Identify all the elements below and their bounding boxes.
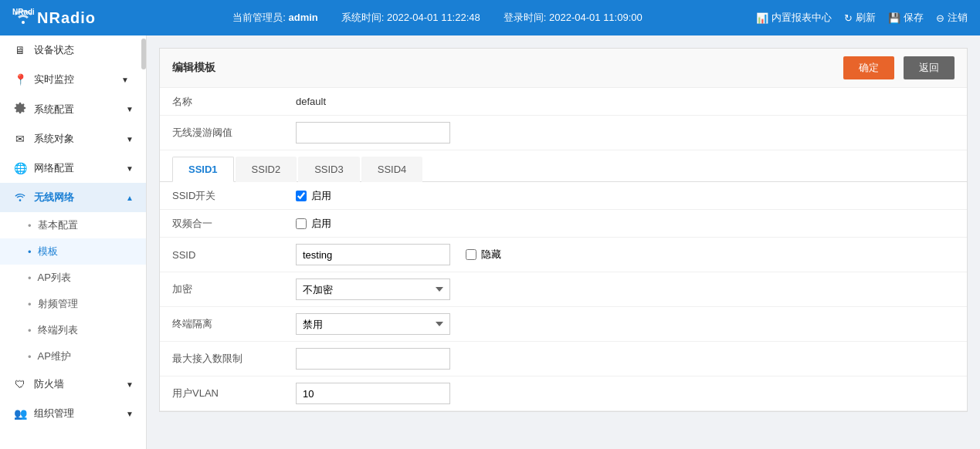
system-objects-icon: ✉ <box>12 133 28 145</box>
logo-wifi-icon: NRadio <box>12 7 34 29</box>
confirm-button[interactable]: 确定 <box>843 56 894 79</box>
sidebar-item-system-objects[interactable]: ✉ 系统对象 ▼ <box>0 124 146 154</box>
wireless-icon <box>12 191 28 204</box>
ssid-hide-label: 隐藏 <box>481 248 501 262</box>
dual-band-checkbox[interactable] <box>296 218 307 229</box>
layout: 🖥 设备状态 📍 实时监控 ▼ 系统配置 ▼ ✉ 系统对象 ▼ 🌐 网络配置 ▼ <box>0 35 980 449</box>
edit-template-card: 编辑模板 确定 返回 名称 default 无线漫游阈值 SSID1 SSID2 <box>159 48 968 412</box>
chevron-down-icon: ▼ <box>126 135 134 143</box>
user-vlan-label: 用户VLAN <box>172 387 296 400</box>
roaming-label: 无线漫游阈值 <box>172 126 296 140</box>
sidebar: 🖥 设备状态 📍 实时监控 ▼ 系统配置 ▼ ✉ 系统对象 ▼ 🌐 网络配置 ▼ <box>0 35 147 449</box>
login-time-info: 登录时间: 2022-04-01 11:09:00 <box>504 11 643 25</box>
dual-band-text: 启用 <box>311 217 331 231</box>
svg-text:NRadio: NRadio <box>12 8 34 16</box>
admin-info: 当前管理员: admin <box>232 11 318 25</box>
report-icon: 📊 <box>756 12 768 24</box>
header-info: 当前管理员: admin 系统时间: 2022-04-01 11:22:48 登… <box>119 11 756 25</box>
card-header-actions: 确定 返回 <box>843 56 955 79</box>
sidebar-sub-ap-list[interactable]: AP列表 <box>0 265 146 291</box>
chevron-down-icon: ▼ <box>126 164 134 173</box>
name-value: default <box>296 96 326 107</box>
system-config-icon <box>12 102 28 116</box>
network-config-icon: 🌐 <box>12 162 28 174</box>
tab-ssid2[interactable]: SSID2 <box>236 157 297 182</box>
sidebar-sub-basic-config[interactable]: 基本配置 <box>0 212 146 238</box>
ssid-switch-text: 启用 <box>311 189 331 203</box>
dual-band-row: 双频合一 启用 <box>160 210 967 238</box>
sidebar-item-network-config[interactable]: 🌐 网络配置 ▼ <box>0 154 146 183</box>
realtime-monitor-icon: 📍 <box>12 73 28 86</box>
report-center-button[interactable]: 📊 内置报表中心 <box>756 11 832 25</box>
chevron-down-icon: ▼ <box>121 76 129 84</box>
terminal-isolation-label: 终端隔离 <box>172 317 296 331</box>
chevron-down-icon: ▼ <box>126 410 134 418</box>
ssid-switch-row: SSID开关 启用 <box>160 182 967 210</box>
user-vlan-input[interactable] <box>296 383 450 404</box>
encrypt-row: 加密 不加密 WPA2-PSK WPA-PSK WEP <box>160 272 967 307</box>
name-label: 名称 <box>172 95 296 109</box>
refresh-icon: ↻ <box>844 12 853 24</box>
roaming-row: 无线漫游阈值 <box>160 116 967 150</box>
max-clients-row: 最大接入数限制 <box>160 342 967 376</box>
ssid-hide-wrap: 隐藏 <box>466 248 501 262</box>
ssid-input-row: 隐藏 <box>296 244 501 265</box>
ssid-switch-checkbox-wrap: 启用 <box>296 189 331 203</box>
sidebar-sub-template[interactable]: 模板 <box>0 238 146 265</box>
tab-ssid4[interactable]: SSID4 <box>361 157 423 182</box>
org-management-icon: 👥 <box>12 407 28 420</box>
back-button[interactable]: 返回 <box>904 56 955 79</box>
terminal-isolation-select[interactable]: 禁用 启用 <box>296 313 450 335</box>
sidebar-item-wireless-network[interactable]: 无线网络 ▲ <box>0 183 146 212</box>
logout-icon: ⊖ <box>936 12 944 24</box>
main-content: 编辑模板 确定 返回 名称 default 无线漫游阈值 SSID1 SSID2 <box>147 35 980 449</box>
card-title: 编辑模板 <box>172 61 215 75</box>
encrypt-select[interactable]: 不加密 WPA2-PSK WPA-PSK WEP <box>296 279 450 300</box>
sidebar-item-device-status[interactable]: 🖥 设备状态 <box>0 35 141 65</box>
sys-time-info: 系统时间: 2022-04-01 11:22:48 <box>341 11 480 25</box>
ssid-switch-label: SSID开关 <box>172 189 296 203</box>
save-icon: 💾 <box>888 12 900 24</box>
device-status-icon: 🖥 <box>12 44 28 56</box>
terminal-isolation-row: 终端隔离 禁用 启用 <box>160 307 967 342</box>
tab-ssid3[interactable]: SSID3 <box>298 157 360 182</box>
sidebar-item-system-config[interactable]: 系统配置 ▼ <box>0 94 146 124</box>
sidebar-item-realtime-monitor[interactable]: 📍 实时监控 ▼ <box>0 65 141 94</box>
user-vlan-row: 用户VLAN <box>160 376 967 411</box>
firewall-icon: 🛡 <box>12 378 28 390</box>
logo: NRadio NRadio <box>12 7 96 29</box>
refresh-button[interactable]: ↻ 刷新 <box>844 11 876 25</box>
name-row: 名称 default <box>160 88 967 116</box>
chevron-down-icon: ▼ <box>126 105 134 113</box>
ssid-tabs: SSID1 SSID2 SSID3 SSID4 <box>160 157 967 182</box>
ssid-name-row: SSID 隐藏 <box>160 238 967 272</box>
logo-text: NRadio <box>37 9 96 27</box>
save-button[interactable]: 💾 保存 <box>888 11 924 25</box>
header-actions: 📊 内置报表中心 ↻ 刷新 💾 保存 ⊖ 注销 <box>756 11 968 25</box>
logout-button[interactable]: ⊖ 注销 <box>936 11 968 25</box>
sidebar-sub-ap-maintenance[interactable]: AP维护 <box>0 343 146 370</box>
dual-band-checkbox-wrap: 启用 <box>296 217 331 231</box>
sidebar-item-firewall[interactable]: 🛡 防火墙 ▼ <box>0 370 146 399</box>
header: NRadio NRadio 当前管理员: admin 系统时间: 2022-04… <box>0 0 980 35</box>
ssid-input[interactable] <box>296 244 450 265</box>
dual-band-label: 双频合一 <box>172 217 296 231</box>
ssid-hide-checkbox[interactable] <box>466 249 476 260</box>
tab-ssid1[interactable]: SSID1 <box>172 157 234 182</box>
sidebar-item-org-management[interactable]: 👥 组织管理 ▼ <box>0 399 146 428</box>
max-clients-label: 最大接入数限制 <box>172 352 296 366</box>
encrypt-label: 加密 <box>172 282 296 296</box>
card-header: 编辑模板 确定 返回 <box>160 49 967 88</box>
sidebar-sub-terminal-list[interactable]: 终端列表 <box>0 317 146 343</box>
chevron-down-icon: ▼ <box>126 380 134 389</box>
chevron-up-icon: ▲ <box>126 194 134 202</box>
sidebar-sub-rf-management[interactable]: 射频管理 <box>0 291 146 317</box>
ssid-label: SSID <box>172 249 296 261</box>
max-clients-input[interactable] <box>296 348 450 370</box>
ssid-switch-checkbox[interactable] <box>296 191 307 201</box>
roaming-input[interactable] <box>296 122 450 143</box>
